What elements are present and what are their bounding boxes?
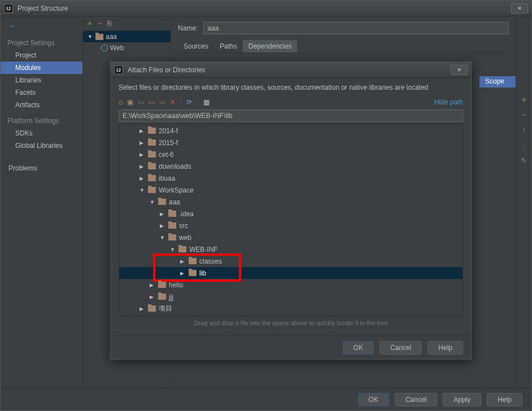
tree-node[interactable]: 项目 <box>119 303 463 314</box>
sidebar-item-libraries[interactable]: Libraries <box>1 74 82 86</box>
tree-node[interactable]: cet-6 <box>119 148 463 160</box>
right-gutter: + − ↑ ↓ ✎ <box>516 16 531 388</box>
ok-button[interactable]: OK <box>358 393 389 406</box>
sidebar-item-problems[interactable]: Problems <box>1 162 82 174</box>
path-toolbar: ⌂ ▣ ▭ ▭ ▭ ✕ | ⟳ | ▦ Hide path <box>119 98 463 106</box>
folder-icon <box>168 234 176 241</box>
dialog-close-button[interactable]: ✕ <box>451 65 468 75</box>
down-icon[interactable]: ↓ <box>522 141 526 150</box>
tree-node[interactable]: aaa <box>119 196 463 208</box>
tab-dependencies[interactable]: Dependencies <box>243 40 298 53</box>
folder-icon <box>158 294 166 300</box>
dialog-help-button[interactable]: Help <box>428 341 463 355</box>
sidebar-item-global-libraries[interactable]: Global Libraries <box>1 139 82 152</box>
attach-dialog: IJ Attach Files or Directories ✕ Select … <box>110 62 472 360</box>
module-toolbar: + − ⎘ <box>83 16 171 31</box>
file-tree[interactable]: 2014-f2015-fcet-6downloadsibuaaWorkSpace… <box>119 124 463 316</box>
hide-path-link[interactable]: Hide path <box>434 98 463 106</box>
module-icon[interactable]: ▭ <box>159 98 165 106</box>
tree-node[interactable]: src <box>119 220 463 231</box>
up-icon[interactable]: ↑ <box>522 126 526 134</box>
minus-dep-icon[interactable]: − <box>522 111 526 119</box>
tab-paths[interactable]: Paths <box>214 40 243 53</box>
add-module-icon[interactable]: + <box>88 19 92 28</box>
project-icon[interactable]: ▭ <box>138 98 144 106</box>
refresh-icon[interactable]: ⟳ <box>186 98 192 106</box>
tree-node[interactable]: WEB-INF <box>119 243 463 255</box>
expand-icon[interactable] <box>160 235 165 241</box>
web-icon <box>101 45 108 51</box>
show-hidden-icon[interactable]: ▦ <box>203 98 210 106</box>
expand-icon[interactable] <box>150 282 155 288</box>
newfolder-icon[interactable]: ▭ <box>149 98 155 106</box>
desktop-icon[interactable]: ▣ <box>127 98 133 106</box>
tree-node-label: web <box>179 234 191 242</box>
home-icon[interactable]: ⌂ <box>119 98 123 106</box>
tree-node[interactable]: classes <box>119 255 463 267</box>
expand-icon[interactable] <box>170 247 176 252</box>
sidebar-item-facets[interactable]: Facets <box>1 86 82 99</box>
tree-node[interactable]: downloads <box>119 160 463 172</box>
expand-icon[interactable] <box>150 199 155 205</box>
expand-icon[interactable] <box>160 223 165 229</box>
sidebar-item-artifacts[interactable]: Artifacts <box>1 99 82 111</box>
tree-node[interactable]: web <box>119 231 463 243</box>
tree-node[interactable]: WorkSpace <box>119 184 463 196</box>
tree-node-label: src <box>179 222 188 230</box>
sidebar: ← → Project Settings Project Modules Lib… <box>1 16 83 388</box>
cancel-button[interactable]: Cancel <box>395 393 437 406</box>
expand-icon[interactable] <box>139 128 145 134</box>
module-child-label: Web <box>110 44 124 52</box>
dialog-ok-button[interactable]: OK <box>343 341 374 355</box>
module-node-root[interactable]: aaa <box>83 31 171 42</box>
edit-icon[interactable]: ✎ <box>521 156 527 165</box>
expand-icon[interactable] <box>160 211 165 217</box>
expand-icon[interactable] <box>139 164 145 169</box>
tree-node-label: 项目 <box>159 304 172 313</box>
folder-icon <box>189 258 197 264</box>
expand-icon[interactable] <box>139 306 145 312</box>
path-input[interactable] <box>119 110 463 122</box>
expand-icon[interactable] <box>139 187 145 193</box>
tree-node-label: aaa <box>169 198 180 206</box>
tree-node-label: jjj <box>169 293 173 301</box>
sidebar-item-sdks[interactable]: SDKs <box>1 127 82 139</box>
expand-icon[interactable] <box>139 152 145 158</box>
tab-sources[interactable]: Sources <box>178 40 214 53</box>
sidebar-heading-platform: Platform Settings <box>1 111 82 127</box>
remove-module-icon[interactable]: − <box>98 19 102 28</box>
dialog-footer: OK Cancel Help <box>111 335 471 359</box>
sidebar-item-project[interactable]: Project <box>1 49 82 62</box>
sidebar-item-modules[interactable]: Modules <box>1 62 82 74</box>
copy-module-icon[interactable]: ⎘ <box>107 19 112 28</box>
expand-icon[interactable] <box>180 259 186 264</box>
delete-icon[interactable]: ✕ <box>170 98 176 106</box>
expand-icon[interactable] <box>180 270 186 276</box>
module-name-input[interactable] <box>203 22 509 34</box>
expand-icon[interactable] <box>139 176 145 181</box>
main-titlebar[interactable]: IJ Project Structure ✕ <box>1 1 531 16</box>
forward-arrow-icon[interactable]: → <box>21 21 29 30</box>
tree-node[interactable]: jjj <box>119 291 463 303</box>
tree-node[interactable]: hello <box>119 279 463 291</box>
add-dep-icon[interactable]: + <box>522 95 526 104</box>
dialog-titlebar[interactable]: IJ Attach Files or Directories ✕ <box>111 62 471 78</box>
folder-icon <box>158 282 166 288</box>
expand-icon[interactable] <box>88 34 93 40</box>
window-close-button[interactable]: ✕ <box>511 3 528 14</box>
expand-icon[interactable] <box>150 294 155 300</box>
tree-node[interactable]: 2014-f <box>119 125 463 137</box>
tree-node[interactable]: lib <box>119 267 463 279</box>
name-label: Name: <box>178 24 198 32</box>
tree-node-label: lib <box>199 269 206 277</box>
tree-node[interactable]: ibuaa <box>119 172 463 184</box>
dialog-cancel-button[interactable]: Cancel <box>380 341 422 355</box>
module-node-web[interactable]: Web <box>83 42 171 54</box>
dialog-body: Select files or directories in which lib… <box>111 78 471 335</box>
help-button[interactable]: Help <box>487 393 522 406</box>
apply-button[interactable]: Apply <box>443 393 481 406</box>
expand-icon[interactable] <box>139 140 145 146</box>
back-arrow-icon[interactable]: ← <box>8 21 16 30</box>
tree-node[interactable]: 2015-f <box>119 137 463 148</box>
tree-node[interactable]: .idea <box>119 208 463 220</box>
